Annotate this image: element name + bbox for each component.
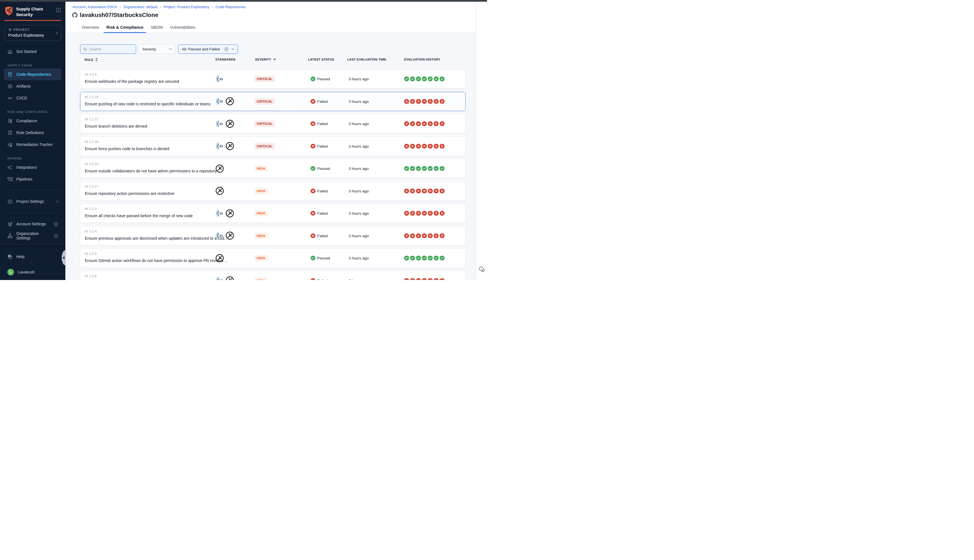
latest-status: Failed <box>310 211 328 216</box>
standards-icons <box>215 249 224 267</box>
sidebar-user[interactable]: L Lavakush <box>4 266 62 278</box>
table-row[interactable]: Id: 1.1.5 HIGH Failed 3 hours ago <box>80 271 465 280</box>
status-label: Passed <box>317 77 330 81</box>
search-box <box>80 45 136 54</box>
standards-icons <box>215 92 235 111</box>
sidebar-item-artifacts[interactable]: Artifacts <box>4 80 62 92</box>
owasp-standard-icon <box>225 142 235 151</box>
project-selector[interactable]: PROJECT Product Exploratory › <box>5 25 61 40</box>
sidebar-item-compliance[interactable]: Compliance <box>4 115 62 127</box>
sidebar-item-label: Remediation Tracker <box>16 142 53 147</box>
tab-overview[interactable]: Overview <box>78 22 103 33</box>
history-x-icon <box>422 211 427 216</box>
history-x-icon <box>422 188 427 193</box>
rule-description: Ensure outside collaborators do not have… <box>85 169 217 173</box>
table-row[interactable]: Id: 1.2.9 Ensure GitHub action workflows… <box>80 248 465 268</box>
sort-icon[interactable] <box>95 58 98 62</box>
column-latest-status: LATEST STATUS <box>308 58 334 61</box>
rule-id: Id: 1.2.21 <box>85 162 98 166</box>
latest-status: Failed <box>310 99 328 104</box>
sidebar-bottom-dock: ? Help L Lavakush <box>0 245 65 280</box>
sidebar-item-pipelines[interactable]: Pipelines <box>4 173 62 185</box>
info-icon[interactable] <box>54 222 58 226</box>
standards-icons <box>215 271 235 280</box>
history-x-icon <box>410 233 415 238</box>
tab-vulnerabilities[interactable]: Vulnerabilities <box>166 22 199 33</box>
clear-filter-icon[interactable] <box>224 47 228 51</box>
history-x-icon <box>440 233 445 238</box>
breadcrumb-organization[interactable]: Organization: default <box>123 5 157 9</box>
sidebar-item-code-repositories[interactable]: Code Repositories <box>4 68 62 80</box>
sidebar-item-cicd[interactable]: ∞ CI/CD <box>4 92 62 104</box>
info-icon[interactable] <box>54 234 58 238</box>
column-last-evaluation-time: LAST EVALUATION TIME <box>347 58 386 61</box>
evaluation-history <box>404 233 445 238</box>
breadcrumb-code-repositories[interactable]: Code Repositories <box>215 5 246 9</box>
brand-accent-rule <box>5 20 61 21</box>
history-x-icon <box>440 278 445 280</box>
sidebar-item-label: CI/CD <box>16 96 27 100</box>
owasp-standard-icon <box>225 231 235 240</box>
failed-x-icon <box>310 99 315 104</box>
sidebar-item-remediation-tracker[interactable]: Remediation Tracker <box>4 138 62 150</box>
table-row[interactable]: Id: 1.1.4 Ensure previous approvals are … <box>80 226 465 245</box>
breadcrumb-separator: › <box>120 5 121 9</box>
column-rule[interactable]: RULE <box>85 58 98 62</box>
severity-filter-label: Severity <box>142 47 156 51</box>
history-check-icon <box>440 255 445 260</box>
rule-description: Ensure repository action permissions are… <box>85 191 174 196</box>
evaluation-time: 3 hours ago <box>349 189 369 193</box>
breadcrumb-account[interactable]: Account: Automation-SSCA <box>72 5 117 9</box>
history-check-icon <box>410 255 415 260</box>
section-label-manage: MANAGE <box>7 157 61 160</box>
rule-id: Id: 1.1.16 <box>85 140 98 143</box>
history-x-icon <box>410 99 415 104</box>
clipboard-check-icon <box>7 130 13 135</box>
chat-support-icon[interactable] <box>478 266 485 273</box>
history-check-icon <box>440 76 445 82</box>
status-label: Failed <box>317 122 328 126</box>
search-input[interactable] <box>89 47 133 51</box>
history-x-icon <box>410 211 415 216</box>
table-row[interactable]: Id: 4.3.4 Ensure webhooks of the package… <box>80 69 465 88</box>
sidebar-item-get-started[interactable]: Get Started <box>4 46 62 57</box>
sidebar-item-account-settings[interactable]: Account Settings <box>4 218 62 230</box>
severity-filter[interactable]: Severity <box>138 45 175 54</box>
table-row[interactable]: Id: 1.1.16 Ensure force pushes code to b… <box>80 137 465 156</box>
history-x-icon <box>416 188 421 193</box>
sidebar-item-organization-settings[interactable]: Organization Settings <box>4 230 62 242</box>
column-severity[interactable]: SEVERITY <box>255 58 276 61</box>
table-row[interactable]: Id: 1.1.17 Ensure branch deletions are d… <box>80 114 465 133</box>
severity-badge: CRITICAL <box>254 143 275 149</box>
tab-risk-compliance[interactable]: Risk & Compliance <box>103 22 147 33</box>
evaluation-time: 3 hours ago <box>349 122 369 126</box>
tab-sbom[interactable]: SBOM <box>147 22 167 33</box>
evaluation-history <box>404 255 445 260</box>
sidebar-item-help[interactable]: ? Help <box>4 251 62 263</box>
history-x-icon <box>404 233 409 238</box>
table-row[interactable]: Id: 1.2.17 Ensure repository action perm… <box>80 182 465 200</box>
severity-badge: HIGH <box>254 277 268 280</box>
history-x-icon <box>428 278 433 280</box>
table-row[interactable]: Id: 1.2.21 Ensure outside collaborators … <box>80 159 465 178</box>
table-row[interactable]: Id: 1.1.15 Ensure pushing of new code is… <box>80 92 465 111</box>
pipelines-icon <box>7 177 13 182</box>
sidebar-item-integrations[interactable]: Integrations <box>4 162 62 173</box>
sidebar-item-project-settings[interactable]: Project Settings › <box>4 195 62 207</box>
history-x-icon <box>440 211 445 216</box>
history-check-icon <box>434 255 439 260</box>
table-row[interactable]: Id: 1.1.9 Ensure all checks have passed … <box>80 204 465 223</box>
search-icon <box>83 47 87 51</box>
sort-desc-icon[interactable] <box>273 58 276 60</box>
history-x-icon <box>404 211 409 216</box>
app-grid-icon[interactable] <box>56 8 61 12</box>
github-icon <box>72 12 77 18</box>
breadcrumb-project[interactable]: Project: Product Exploratory <box>164 5 209 9</box>
sidebar-item-label: Rule Definitions <box>16 130 44 135</box>
history-x-icon <box>440 188 445 193</box>
sidebar-item-rule-definitions[interactable]: Rule Definitions <box>4 127 62 138</box>
history-x-icon <box>404 121 409 126</box>
status-filter[interactable]: All: Passed and Failed <box>178 45 238 54</box>
latest-status: Passed <box>310 166 330 171</box>
sidebar-item-label: Artifacts <box>16 84 31 88</box>
